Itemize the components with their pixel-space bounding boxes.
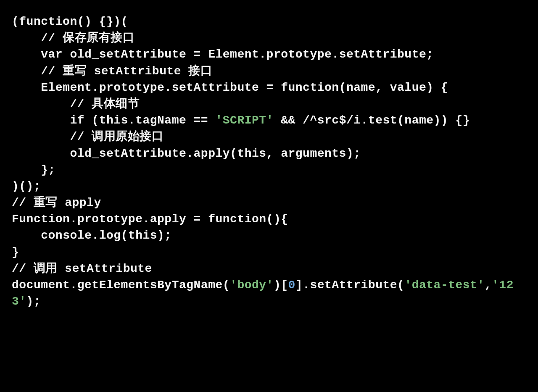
code-text: console.log(this); bbox=[12, 229, 172, 242]
code-text: var old_setAttribute = Element.prototype… bbox=[12, 48, 434, 61]
code-text: )[ bbox=[274, 279, 288, 292]
code-text: document.getElementsByTagName( bbox=[12, 279, 230, 292]
code-text: ); bbox=[26, 295, 41, 308]
code-text: if (this.tagName == bbox=[12, 114, 215, 127]
code-text: && /^src$/i.test(name)) {} bbox=[274, 114, 470, 127]
code-text: , bbox=[485, 279, 492, 292]
code-string: 'body' bbox=[230, 279, 274, 292]
code-text: old_setAttribute.apply(this, arguments); bbox=[12, 147, 361, 160]
code-text: }; bbox=[12, 163, 55, 176]
code-block: (function() {})( // 保存原有接口 var old_setAt… bbox=[12, 13, 526, 310]
code-text: ].setAttribute( bbox=[295, 279, 405, 292]
code-text: // 调用原始接口 bbox=[12, 130, 164, 143]
code-text: (function() {})( bbox=[12, 15, 128, 28]
code-number: 0 bbox=[288, 279, 295, 292]
code-text: // 具体细节 bbox=[12, 97, 140, 110]
code-text: // 保存原有接口 bbox=[12, 32, 134, 45]
code-text: Element.prototype.setAttribute = functio… bbox=[12, 81, 448, 94]
code-text: // 重写 apply bbox=[12, 196, 101, 209]
code-text: )(); bbox=[12, 180, 41, 193]
code-text: Function.prototype.apply = function(){ bbox=[12, 213, 288, 226]
code-text: // 重写 setAttribute 接口 bbox=[12, 65, 212, 78]
code-string: 'SCRIPT' bbox=[215, 114, 273, 127]
code-string: 'data-test' bbox=[404, 279, 484, 292]
code-text: } bbox=[12, 246, 19, 259]
code-text: // 调用 setAttribute bbox=[12, 262, 152, 275]
